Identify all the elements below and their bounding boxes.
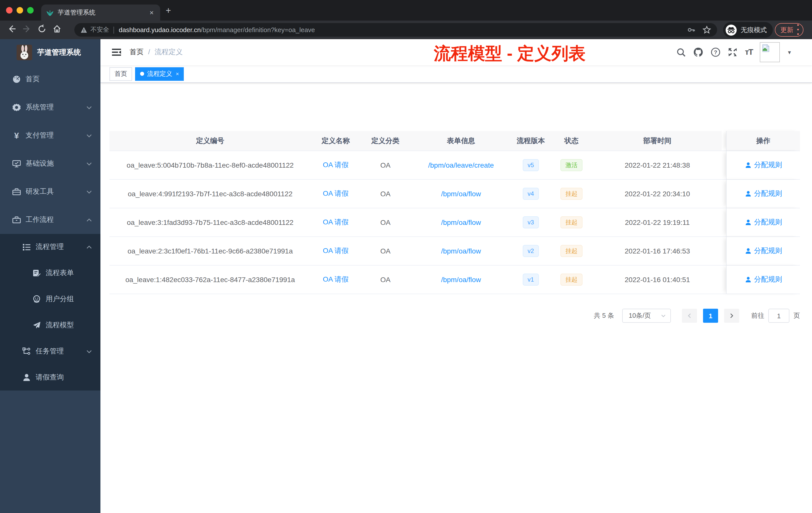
sidebar-item-user-group[interactable]: 用户分组 — [0, 286, 100, 312]
url-host: dashboard.yudao.iocoder.cn — [119, 26, 201, 34]
assign-rule-button[interactable]: 分配规则 — [745, 189, 782, 198]
cell-definition-category: OA — [380, 190, 390, 198]
page-unit-label: 页 — [793, 311, 800, 320]
sidebar-logo[interactable]: 芋道管理系统 — [0, 39, 100, 65]
cell-definition-category: OA — [380, 247, 390, 255]
cell-definition-id: oa_leave:1:482ec033-762a-11ec-8477-a2380… — [125, 276, 295, 283]
tag-process-definition[interactable]: 流程定义× — [135, 67, 184, 81]
font-size-icon[interactable]: тT — [745, 48, 753, 57]
sidebar-item-process-management[interactable]: 流程管理 — [0, 234, 100, 260]
update-label[interactable]: 更新 — [780, 25, 793, 34]
tag-home[interactable]: 首页 — [110, 67, 132, 81]
prev-page-button[interactable] — [682, 309, 697, 323]
window-close-button[interactable] — [6, 7, 12, 13]
page-size-select[interactable]: 10条/页 — [622, 309, 671, 323]
sidebar-item-process-form[interactable]: 流程表单 — [0, 260, 100, 286]
definition-name-link[interactable]: OA 请假 — [323, 275, 349, 283]
assign-rule-button[interactable]: 分配规则 — [745, 161, 782, 170]
cell-definition-category: OA — [380, 218, 390, 227]
sidebar-item-workflow[interactable]: 工作流程 — [0, 206, 100, 234]
tab-close-icon[interactable]: × — [148, 8, 155, 17]
sidebar-item-system[interactable]: 系统管理 — [0, 93, 100, 121]
chevron-up-icon — [86, 217, 92, 223]
reload-icon[interactable] — [34, 25, 49, 35]
person-icon — [745, 247, 752, 254]
cell-deploy-time: 2022-01-16 01:40:51 — [625, 276, 690, 283]
goto-page-input[interactable]: 1 — [768, 309, 789, 323]
definition-name-link[interactable]: OA 请假 — [323, 246, 349, 254]
assign-rule-button[interactable]: 分配规则 — [745, 246, 782, 255]
sidebar-item-process-model[interactable]: 流程模型 — [0, 312, 100, 338]
cell-definition-id: oa_leave:5:004b710b-7b8a-11ec-8ef0-acde4… — [126, 161, 293, 169]
definition-name-link[interactable]: OA 请假 — [323, 189, 349, 197]
form-info-link[interactable]: /bpm/oa/leave/create — [428, 161, 494, 169]
definition-name-link[interactable]: OA 请假 — [323, 218, 349, 226]
person-icon — [745, 190, 752, 197]
main-area: 首页 / 流程定义 ? т — [100, 39, 812, 513]
sidebar-item-home[interactable]: 首页 — [0, 65, 100, 93]
version-tag: v3 — [522, 216, 539, 229]
browser-update-button[interactable]: 更新 ••• — [775, 23, 804, 37]
scroll-gutter — [722, 266, 726, 294]
scroll-gutter — [722, 131, 726, 151]
sidebar-item-label: 支付管理 — [26, 131, 54, 140]
table-header-row: 定义编号定义名称定义分类表单信息流程版本状态部署时间操作 — [110, 131, 800, 151]
menu-dots-icon[interactable]: ••• — [797, 23, 799, 37]
chevron-down-icon — [86, 188, 92, 195]
definition-name-link[interactable]: OA 请假 — [323, 161, 349, 169]
sidebar-item-label: 系统管理 — [26, 103, 54, 112]
table-row: oa_leave:5:004b710b-7b8a-11ec-8ef0-acde4… — [110, 151, 800, 180]
content-area: 定义编号定义名称定义分类表单信息流程版本状态部署时间操作oa_leave:5:0… — [100, 83, 812, 513]
app-root: 芋道管理系统 首页系统管理¥支付管理基础设施研发工具工作流程流程管理流程表单用户… — [0, 39, 812, 513]
monitor-icon — [12, 159, 21, 168]
column-header-status: 状态 — [550, 136, 593, 145]
cell-definition-id: oa_leave:3:1fad3d93-7b75-11ec-a3c8-acde4… — [127, 218, 293, 227]
sidebar-item-leave-query[interactable]: 请假查询 — [0, 364, 100, 391]
new-tab-button[interactable]: + — [166, 6, 171, 15]
chevron-left-icon — [687, 313, 693, 319]
address-bar[interactable]: 不安全 dashboard.yudao.iocoder.cn/bpm/manag… — [74, 23, 717, 37]
chevron-down-icon — [86, 132, 92, 139]
question-icon[interactable]: ? — [711, 47, 721, 57]
tag-close-icon[interactable]: × — [176, 71, 179, 77]
cell-definition-category: OA — [380, 161, 390, 169]
home-icon[interactable] — [49, 25, 64, 35]
sidebar-item-dev-tools[interactable]: 研发工具 — [0, 178, 100, 206]
definition-table: 定义编号定义名称定义分类表单信息流程版本状态部署时间操作oa_leave:5:0… — [110, 131, 800, 294]
breadcrumb-home[interactable]: 首页 — [129, 48, 144, 57]
table-row: oa_leave:1:482ec033-762a-11ec-8477-a2380… — [110, 266, 800, 294]
dropdown-caret-icon[interactable]: ▼ — [787, 50, 792, 55]
form-info-link[interactable]: /bpm/oa/flow — [441, 190, 481, 198]
page-number-button[interactable]: 1 — [703, 309, 718, 323]
sidebar-item-infrastructure[interactable]: 基础设施 — [0, 150, 100, 178]
avatar[interactable] — [760, 42, 780, 62]
version-tag: v4 — [522, 188, 539, 200]
key-icon[interactable] — [687, 26, 696, 34]
sidebar-menu: 首页系统管理¥支付管理基础设施研发工具工作流程流程管理流程表单用户分组流程模型任… — [0, 65, 100, 391]
assign-rule-button[interactable]: 分配规则 — [745, 275, 782, 284]
browser-tab[interactable]: 芋道管理系统 × — [41, 4, 160, 21]
window-minimize-button[interactable] — [17, 7, 23, 13]
sidebar: 芋道管理系统 首页系统管理¥支付管理基础设施研发工具工作流程流程管理流程表单用户… — [0, 39, 100, 513]
github-icon[interactable] — [693, 47, 704, 58]
assign-rule-label: 分配规则 — [754, 246, 782, 255]
chevron-up-icon — [86, 244, 92, 250]
form-info-link[interactable]: /bpm/oa/flow — [441, 247, 481, 255]
fullscreen-icon[interactable] — [728, 47, 738, 57]
security-label[interactable]: 不安全 — [90, 26, 109, 34]
hamburger-icon[interactable] — [112, 47, 121, 59]
cell-definition-category: OA — [380, 276, 390, 283]
next-page-button[interactable] — [724, 309, 739, 323]
form-info-link[interactable]: /bpm/oa/flow — [441, 276, 481, 283]
sidebar-item-label: 工作流程 — [26, 215, 54, 224]
sidebar-item-payment[interactable]: ¥支付管理 — [0, 121, 100, 150]
person-icon — [745, 219, 752, 226]
sidebar-item-task-management[interactable]: 任务管理 — [0, 338, 100, 364]
star-icon[interactable] — [702, 26, 711, 34]
browser-tabstrip: 芋道管理系统 × + — [0, 0, 812, 21]
back-icon[interactable] — [4, 25, 19, 35]
status-badge: 挂起 — [560, 188, 582, 200]
form-info-link[interactable]: /bpm/oa/flow — [441, 218, 481, 227]
assign-rule-button[interactable]: 分配规则 — [745, 218, 782, 227]
window-zoom-button[interactable] — [27, 7, 34, 13]
